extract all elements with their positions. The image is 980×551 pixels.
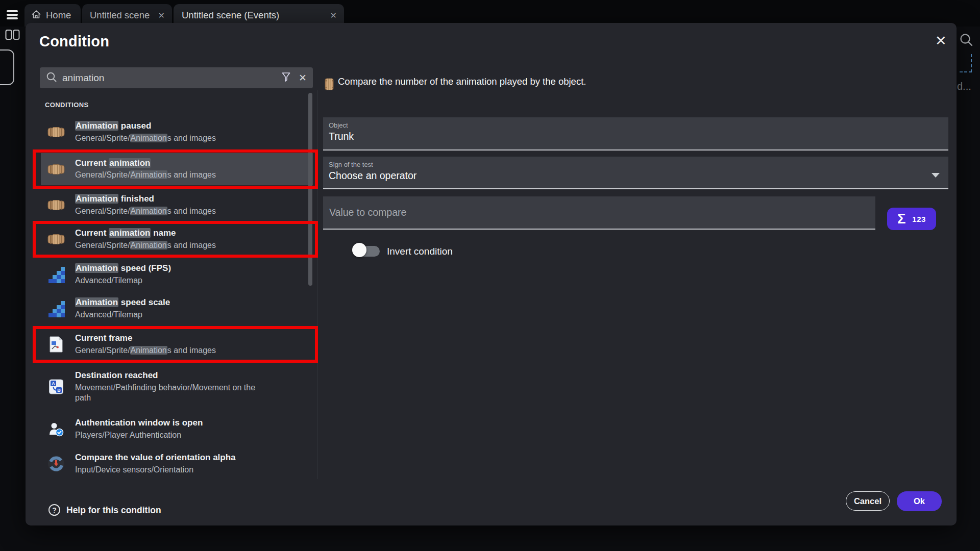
condition-list-item[interactable]: Current animationGeneral/Sprite/Animatio… [41, 153, 313, 185]
field-label: Object [329, 121, 948, 129]
drop-target-dashed-border [960, 71, 972, 72]
panels-icon [5, 29, 20, 43]
condition-item-title: Animation paused [75, 120, 216, 132]
text-part: General/Sprite/ [75, 241, 130, 249]
condition-item-text: Animation pausedGeneral/Sprite/Animation… [75, 120, 216, 144]
filter-icon[interactable] [282, 72, 290, 84]
chevron-down-icon[interactable] [932, 173, 940, 178]
svg-text:B: B [57, 388, 61, 393]
condition-item-title: Compare the value of orientation alpha [75, 452, 236, 463]
search-match-highlight: animation [109, 158, 151, 168]
field-placeholder: Value to compare [329, 207, 406, 218]
field-value: Trunk [329, 131, 948, 142]
condition-item-title: Authentication window is open [75, 417, 203, 429]
condition-item-title: Destination reached [75, 370, 255, 381]
condition-item-title: Current frame [75, 333, 216, 344]
svg-text:A: A [52, 381, 55, 386]
condition-list-item[interactable]: Compare the value of orientation alphaIn… [41, 449, 313, 474]
tilemap-icon [45, 300, 67, 317]
text-part: Authentication window is open [75, 418, 203, 428]
condition-item-title: Current animation name [75, 228, 216, 239]
text-part: Advanced/Tilemap [75, 310, 142, 319]
close-tab-icon[interactable]: ✕ [330, 11, 337, 20]
text-part: General/Sprite/ [75, 207, 130, 215]
list-scrollbar[interactable] [308, 93, 312, 286]
condition-item-text: Current animation nameGeneral/Sprite/Ani… [75, 228, 216, 251]
search-match-highlight: Animation [130, 207, 167, 215]
condition-item-title: Animation speed scale [75, 297, 170, 308]
text-part: s and images [167, 170, 216, 179]
tab-label: Untitled scene [90, 10, 150, 21]
condition-item-text: Authentication window is openPlayers/Pla… [75, 417, 203, 441]
field-value: Choose an operator [329, 170, 948, 182]
film-reel-icon [45, 234, 67, 245]
condition-dialog: Condition ✕ ✕ CONDITIONS Animation pause… [26, 23, 957, 525]
sigma-icon: Σ [897, 211, 905, 227]
tab-label: Home [46, 10, 71, 21]
search-match-highlight: Animation [130, 170, 167, 179]
condition-list-item[interactable]: Animation speed scaleAdvanced/Tilemap [41, 294, 313, 323]
text-part: Current [75, 228, 109, 238]
player-auth-icon [45, 421, 67, 437]
text-part: General/Sprite/ [75, 170, 130, 179]
text-part: finished [118, 194, 154, 204]
truncated-background-text: d... [957, 81, 971, 92]
frame-icon [45, 336, 67, 353]
close-dialog-icon[interactable]: ✕ [935, 34, 947, 48]
condition-list-item[interactable]: Animation speed (FPS)Advanced/Tilemap [41, 260, 313, 289]
expression-editor-button[interactable]: Σ 123 [887, 208, 936, 230]
condition-list-item[interactable]: Current animation nameGeneral/Sprite/Ani… [41, 224, 313, 254]
text-part: speed scale [118, 297, 170, 307]
text-part: Compare the value of orientation alpha [75, 453, 236, 462]
text-part: Players/Player Authentication [75, 431, 181, 439]
search-icon [46, 71, 57, 85]
condition-list-item[interactable]: ABDestination reachedMovement/Pathfindin… [41, 364, 313, 409]
condition-item-path: Movement/Pathfinding behavior/Movement o… [75, 383, 255, 404]
condition-item-path: General/Sprite/Animations and images [75, 240, 216, 251]
search-match-highlight: Animation [75, 194, 118, 204]
invert-condition-toggle[interactable] [352, 242, 384, 259]
search-match-highlight: animation [109, 228, 151, 238]
condition-item-text: Animation speed (FPS)Advanced/Tilemap [75, 263, 171, 286]
ok-button[interactable]: Ok [897, 491, 942, 511]
text-part: Input/Device sensors/Orientation [75, 465, 193, 474]
text-part: name [151, 228, 176, 238]
search-match-highlight: Animation [75, 263, 118, 273]
screen: Home Untitled scene ✕ Untitled scene (Ev… [0, 0, 980, 551]
clear-search-icon[interactable]: ✕ [299, 72, 307, 84]
condition-item-text: Animation finishedGeneral/Sprite/Animati… [75, 193, 216, 217]
value-to-compare-input[interactable]: Value to compare [323, 196, 875, 230]
operator-select[interactable]: Sign of the test Choose an operator [323, 157, 948, 189]
condition-description: Compare the number of the animation play… [338, 76, 838, 87]
dialog-title: Condition [39, 33, 109, 50]
condition-item-text: Current animationGeneral/Sprite/Animatio… [75, 158, 216, 181]
condition-item-title: Animation finished [75, 193, 216, 205]
list-divider [317, 90, 317, 479]
tab-label: Untitled scene (Events) [182, 10, 279, 21]
search-match-highlight: Animation [130, 134, 167, 142]
condition-item-text: Animation speed scaleAdvanced/Tilemap [75, 297, 170, 320]
invert-condition-label: Invert condition [387, 246, 453, 257]
background-panel-fragment [0, 49, 14, 85]
help-link[interactable]: Help for this condition [66, 505, 161, 516]
help-icon[interactable]: ? [48, 504, 60, 516]
text-part: s and images [167, 241, 216, 249]
condition-list-item[interactable]: Current frameGeneral/Sprite/Animations a… [41, 330, 313, 359]
condition-item-text: Destination reachedMovement/Pathfinding … [75, 370, 255, 404]
hamburger-menu-icon[interactable] [7, 10, 18, 20]
condition-list-item[interactable]: Animation finishedGeneral/Sprite/Animati… [41, 190, 313, 220]
text-part: paused [118, 121, 151, 131]
text-part: General/Sprite/ [75, 134, 130, 142]
text-part: Current frame [75, 333, 132, 343]
cancel-button[interactable]: Cancel [846, 491, 890, 511]
close-tab-icon[interactable]: ✕ [158, 11, 165, 20]
condition-item-title: Current animation [75, 158, 216, 169]
condition-list-item[interactable]: Animation pausedGeneral/Sprite/Animation… [41, 117, 313, 147]
condition-list-item[interactable]: Authentication window is openPlayers/Pla… [41, 414, 313, 444]
search-icon[interactable] [959, 33, 973, 49]
condition-item-path: Input/Device sensors/Orientation [75, 465, 236, 474]
object-field[interactable]: Object Trunk [323, 117, 948, 151]
condition-item-path: General/Sprite/Animations and images [75, 133, 216, 144]
condition-item-path: Advanced/Tilemap [75, 276, 171, 286]
search-input[interactable] [62, 72, 282, 84]
